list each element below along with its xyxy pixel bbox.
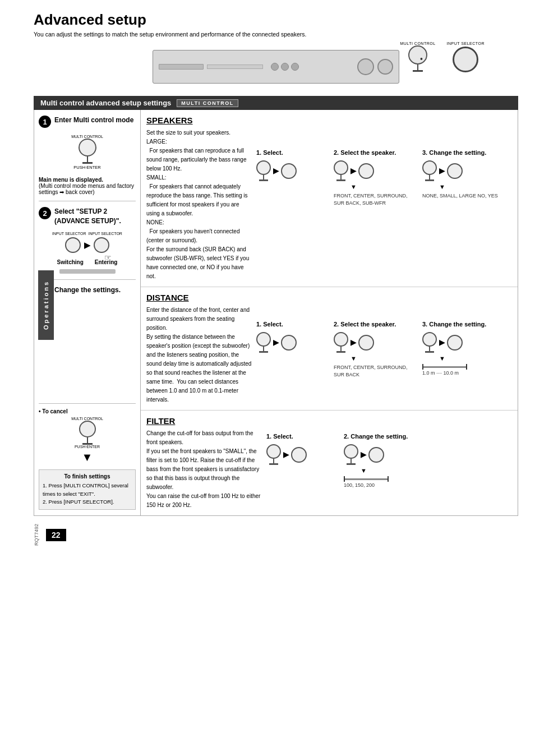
page-title: Advanced setup (34, 11, 518, 29)
step-2-title: Select "SETUP 2 (ADVANCE SETUP)". (54, 207, 136, 226)
distance-section: DISTANCE Enter the distance of the front… (141, 287, 518, 411)
filter-description: Change the cut-off for bass output from … (146, 429, 262, 510)
speakers-section: SPEAKERS Set the size to suit your speak… (141, 110, 518, 287)
device-illustration: MULTI CONTROL INPUT SELECTOR • (34, 44, 518, 89)
distance-col3-values: 1.0 m ···· 10.0 m (422, 370, 459, 376)
filter-col2: 2. Change the setting. ▶ ▼ (344, 416, 512, 510)
to-cancel-label: • To cancel (39, 408, 136, 414)
speakers-col3-label: 3. Change the setting. (422, 149, 486, 156)
speakers-col1-label: 1. Select. (256, 149, 283, 156)
distance-col2-values: FRONT, CENTER, SURROUND, SUR BACK (334, 364, 418, 378)
finish-settings-box: To finish settings 1. Press [MULTI CONTR… (39, 469, 136, 510)
distance-title: DISTANCE (146, 293, 252, 302)
step-3-title: Change the settings. (54, 285, 121, 295)
distance-description: Enter the distance of the front, center … (146, 306, 252, 404)
filter-col2-label: 2. Change the setting. (344, 433, 408, 440)
speakers-col2-values: FRONT, CENTER, SURROUND, SUR BACK, SUB-W… (334, 192, 418, 206)
speakers-col1: 1. Select. ▶ (256, 116, 329, 281)
page-number: 22 (46, 529, 66, 541)
step-1-knob: MULTI CONTROL PUSH·ENTER (39, 135, 136, 170)
speakers-col2-label: 2. Select the speaker. (334, 149, 396, 156)
section-header-label: Multi control advanced setup settings (40, 99, 171, 107)
speakers-col3: 3. Change the setting. ▶ ▼ NONE, SMALL, … (422, 116, 512, 281)
operations-label: Operations (38, 270, 54, 340)
multi-control-device-label: MULTI CONTROL (400, 42, 435, 45)
step-1-num: 1 (39, 116, 51, 128)
distance-col1: 1. Select. ▶ (256, 293, 329, 404)
step-1-desc: Main menu is displayed. (Multi control m… (39, 177, 136, 195)
filter-col1-label: 1. Select. (266, 433, 293, 440)
section-header: Multi control advanced setup settings MU… (34, 96, 518, 110)
step-2-item: 2 Select "SETUP 2 (ADVANCE SETUP)". (39, 207, 136, 226)
distance-col3: 3. Change the setting. ▶ ▼ (422, 293, 512, 404)
filter-col1: 1. Select. ▶ (266, 416, 339, 510)
distance-col2: 2. Select the speaker. ▶ ▼ FRONT, CENTER… (334, 293, 418, 404)
to-cancel-knob: MULTI CONTROL PUSH·ENTER (39, 417, 136, 449)
step-1-title: Enter Multi control mode (54, 116, 133, 125)
speakers-col3-values: NONE, SMALL, LARGE NO, YES (422, 192, 498, 200)
finish-step-1: 1. Press [MULTI CONTROL] several times t… (43, 482, 132, 498)
doc-number: RQT7492 (34, 524, 39, 546)
filter-col2-values: 100, 150, 200 (344, 482, 375, 488)
filter-title: FILTER (146, 416, 262, 426)
distance-col3-label: 3. Change the setting. (422, 321, 486, 328)
speakers-col2: 2. Select the speaker. ▶ ▼ FRONT, CENTER… (334, 116, 418, 281)
step-2-num: 2 (39, 207, 51, 219)
step-2-switch: INPUT SELECTOR INPUT SELECTOR ▶ ☞ Switch… (39, 232, 136, 274)
distance-col2-label: 2. Select the speaker. (334, 321, 396, 328)
filter-section: FILTER Change the cut-off for bass outpu… (141, 411, 518, 515)
step-1-item: 1 Enter Multi control mode (39, 116, 136, 128)
finish-step-2: 2. Press [INPUT SELECTOR]. (43, 498, 132, 506)
multi-control-badge: MULTI CONTROL (177, 99, 238, 107)
finish-title: To finish settings (43, 473, 132, 480)
distance-col1-label: 1. Select. (256, 321, 283, 328)
speakers-title: SPEAKERS (146, 116, 252, 125)
page-subtitle: You can adjust the settings to match the… (34, 31, 518, 38)
right-content: SPEAKERS Set the size to suit your speak… (141, 110, 518, 515)
speakers-description: Set the size to suit your speakers. LARG… (146, 128, 252, 281)
page-footer: RQT7492 22 (34, 524, 518, 546)
